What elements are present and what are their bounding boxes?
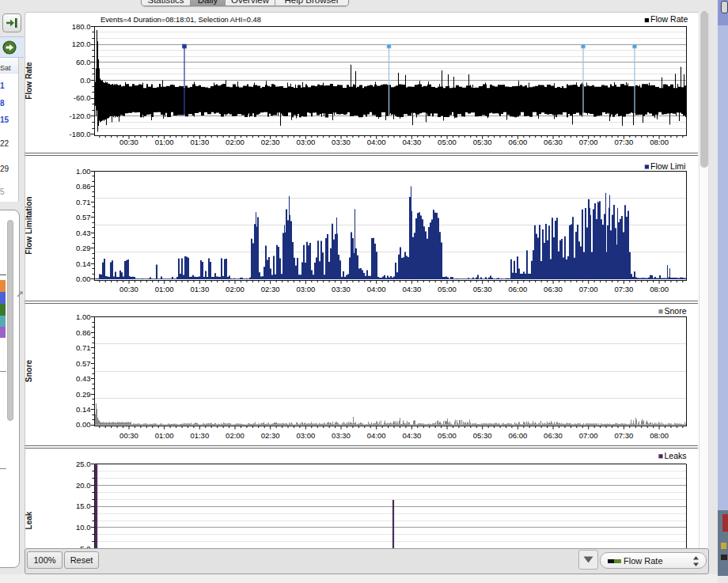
svg-text:Flow Limitation: Flow Limitation — [650, 161, 706, 171]
svg-text:0.0: 0.0 — [80, 76, 90, 85]
svg-text:0.00: 0.00 — [76, 420, 91, 429]
svg-text:06:30: 06:30 — [544, 285, 563, 293]
svg-text:07:30: 07:30 — [615, 138, 634, 146]
svg-text:02:30: 02:30 — [261, 431, 280, 440]
svg-text:01:00: 01:00 — [155, 138, 174, 146]
svg-text:05:00: 05:00 — [438, 138, 457, 146]
svg-text:0.86: 0.86 — [76, 182, 91, 191]
svg-text:0.29: 0.29 — [76, 390, 91, 399]
svg-text:05:30: 05:30 — [473, 431, 492, 440]
svg-text:05:30: 05:30 — [473, 138, 492, 146]
svg-text:0.29: 0.29 — [76, 244, 91, 252]
svg-text:01:30: 01:30 — [190, 138, 209, 146]
svg-text:07:30: 07:30 — [615, 285, 634, 293]
svg-text:00:30: 00:30 — [119, 285, 138, 293]
svg-text:03:00: 03:00 — [297, 138, 316, 146]
svg-text:02:00: 02:00 — [226, 285, 245, 293]
svg-text:08:00: 08:00 — [650, 138, 669, 146]
svg-text:Leaks: Leaks — [665, 451, 687, 460]
svg-text:01:30: 01:30 — [190, 431, 209, 440]
svg-text:25.0: 25.0 — [76, 460, 91, 468]
svg-text:03:30: 03:30 — [332, 431, 351, 440]
svg-text:02:00: 02:00 — [226, 431, 245, 440]
svg-text:0.14: 0.14 — [76, 259, 91, 268]
svg-text:180.0: 180.0 — [72, 22, 91, 31]
svg-text:Flow Rate: Flow Rate — [650, 14, 688, 24]
svg-text:Leak: Leak — [25, 511, 33, 529]
svg-text:0.86: 0.86 — [76, 328, 91, 337]
svg-text:05:00: 05:00 — [438, 285, 457, 293]
svg-text:06:00: 06:00 — [509, 138, 528, 146]
svg-text:07:00: 07:00 — [579, 138, 598, 146]
svg-text:0.57: 0.57 — [76, 359, 91, 368]
svg-text:0.71: 0.71 — [76, 198, 91, 206]
svg-text:02:30: 02:30 — [261, 285, 280, 293]
svg-text:120.0: 120.0 — [72, 40, 91, 48]
svg-text:05:30: 05:30 — [473, 285, 492, 293]
svg-text:04:00: 04:00 — [367, 138, 386, 146]
svg-text:Snore: Snore — [665, 306, 687, 316]
svg-text:Events=4 Duration=08:18:01, Se: Events=4 Duration=08:18:01, Selection AH… — [100, 16, 261, 24]
svg-text:20.0: 20.0 — [76, 481, 91, 490]
svg-text:10.0: 10.0 — [76, 523, 91, 532]
svg-text:01:00: 01:00 — [155, 285, 174, 293]
svg-text:0.43: 0.43 — [76, 374, 91, 383]
svg-text:07:00: 07:00 — [579, 431, 598, 440]
svg-text:0.14: 0.14 — [76, 405, 91, 414]
svg-text:0.71: 0.71 — [76, 343, 91, 352]
svg-text:03:30: 03:30 — [332, 138, 351, 146]
svg-text:04:30: 04:30 — [403, 138, 422, 146]
svg-text:08:00: 08:00 — [650, 285, 669, 293]
svg-text:1.00: 1.00 — [76, 312, 91, 321]
svg-text:06:00: 06:00 — [509, 285, 528, 293]
svg-text:03:00: 03:00 — [297, 431, 316, 440]
svg-text:05:00: 05:00 — [438, 431, 457, 440]
svg-text:60.0: 60.0 — [76, 58, 91, 66]
svg-text:01:30: 01:30 — [190, 285, 209, 293]
svg-text:Snore: Snore — [25, 359, 33, 382]
svg-text:00:30: 00:30 — [119, 431, 138, 440]
svg-text:03:30: 03:30 — [332, 285, 351, 293]
svg-text:01:00: 01:00 — [155, 431, 174, 440]
svg-text:03:00: 03:00 — [297, 285, 316, 293]
svg-text:04:30: 04:30 — [403, 431, 422, 440]
svg-text:1.00: 1.00 — [76, 167, 91, 176]
svg-text:0.43: 0.43 — [76, 229, 91, 237]
svg-text:02:30: 02:30 — [261, 138, 280, 146]
svg-text:00:30: 00:30 — [119, 138, 138, 146]
svg-text:07:30: 07:30 — [615, 431, 634, 440]
svg-text:06:00: 06:00 — [509, 431, 528, 440]
svg-text:0.00: 0.00 — [76, 274, 91, 283]
svg-text:07:00: 07:00 — [579, 285, 598, 293]
svg-text:0.57: 0.57 — [76, 213, 91, 221]
svg-text:15.0: 15.0 — [76, 502, 91, 510]
svg-text:04:00: 04:00 — [367, 431, 386, 440]
svg-text:06:30: 06:30 — [544, 431, 563, 440]
svg-text:Flow Rate: Flow Rate — [25, 62, 33, 100]
svg-text:-60.0: -60.0 — [74, 93, 91, 102]
svg-text:04:30: 04:30 — [403, 285, 422, 293]
svg-text:06:30: 06:30 — [544, 138, 563, 146]
svg-text:04:00: 04:00 — [367, 285, 386, 293]
svg-text:-180.0: -180.0 — [70, 130, 91, 138]
svg-text:Flow Limitation: Flow Limitation — [25, 196, 33, 254]
svg-text:-120.0: -120.0 — [70, 112, 91, 120]
svg-text:02:00: 02:00 — [226, 138, 245, 146]
svg-text:08:00: 08:00 — [650, 431, 669, 440]
